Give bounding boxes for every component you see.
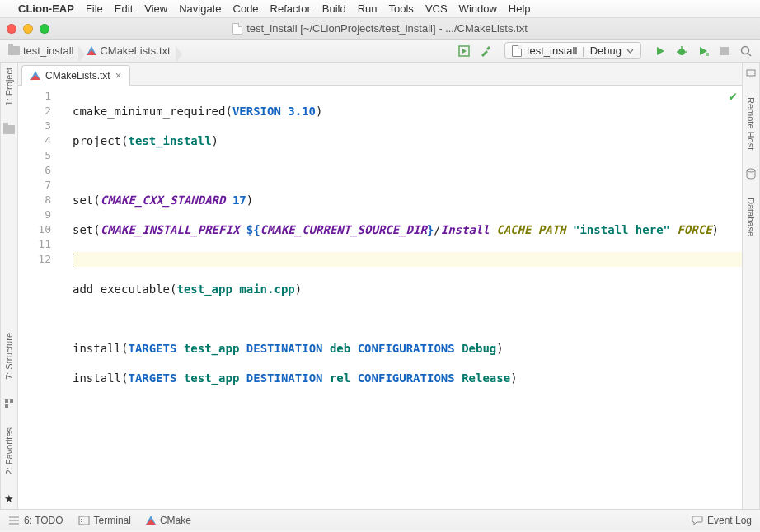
structure-icon xyxy=(3,398,15,409)
status-event-log[interactable]: Event Log xyxy=(692,515,752,526)
code-line: set(CMAKE_INSTALL_PREFIX ${CMAKE_CURRENT… xyxy=(73,222,742,237)
svg-line-11 xyxy=(748,54,751,56)
right-tool-rail: Remote Host Database xyxy=(742,63,760,509)
debug-icon[interactable] xyxy=(673,42,691,60)
analysis-ok-icon: ✔ xyxy=(729,89,737,104)
line-gutter: 1 2 3 4 5 6 7 8 9 10 11 12 xyxy=(18,86,63,509)
menu-help[interactable]: Help xyxy=(509,2,531,15)
build-icon[interactable] xyxy=(455,42,473,60)
stop-icon[interactable] xyxy=(715,42,734,60)
traffic-lights xyxy=(7,24,49,34)
code-line: project(test_install) xyxy=(73,133,742,148)
menu-refactor[interactable]: Refactor xyxy=(270,2,311,15)
svg-marker-2 xyxy=(657,47,664,55)
code-line xyxy=(73,311,742,326)
tool-remote-host[interactable]: Remote Host xyxy=(746,97,756,150)
cmake-file-icon xyxy=(87,46,96,55)
hammer-icon[interactable] xyxy=(476,42,495,60)
editor-tab[interactable]: CMakeLists.txt × xyxy=(21,65,130,86)
editor-tab-label: CMakeLists.txt xyxy=(45,70,110,82)
code-line xyxy=(73,163,742,178)
speech-bubble-icon xyxy=(692,516,703,525)
code-line: install(TARGETS test_app DESTINATION rel… xyxy=(73,371,742,385)
chevron-down-icon xyxy=(626,49,634,54)
code-line: cmake_minimum_required(VERSION 3.10) xyxy=(73,104,742,119)
tool-database[interactable]: Database xyxy=(746,198,756,236)
remote-host-icon xyxy=(745,68,757,79)
menu-build[interactable]: Build xyxy=(322,2,346,15)
cmake-file-icon xyxy=(30,71,40,80)
run-with-coverage-icon[interactable] xyxy=(694,42,712,60)
window-titlebar: test_install [~/CLionProjects/test_insta… xyxy=(0,18,760,40)
breadcrumb-file[interactable]: CMakeLists.txt xyxy=(83,43,176,58)
macos-menubar: CLion-EAP File Edit View Navigate Code R… xyxy=(0,0,760,18)
menu-run[interactable]: Run xyxy=(358,2,378,15)
star-icon: ★ xyxy=(3,492,15,504)
database-icon xyxy=(745,168,757,180)
document-icon xyxy=(232,23,242,35)
svg-rect-9 xyxy=(720,47,729,55)
status-bar: 6: TODO Terminal CMake Event Log xyxy=(0,509,760,530)
menu-file[interactable]: File xyxy=(86,2,103,15)
menu-navigate[interactable]: Navigate xyxy=(179,2,221,15)
breadcrumb-project-label: test_install xyxy=(23,44,73,57)
code-content[interactable]: cmake_minimum_required(VERSION 3.10) pro… xyxy=(63,86,742,509)
code-line: set(CMAKE_CXX_STANDARD 17) xyxy=(73,193,742,208)
code-editor[interactable]: ✔ 1 2 3 4 5 6 7 8 9 10 11 12 cmake_minim… xyxy=(18,86,742,509)
svg-rect-16 xyxy=(749,77,753,77)
tool-project[interactable]: 1: Project xyxy=(4,68,14,105)
config-target-icon xyxy=(512,45,522,57)
run-configuration-selector[interactable]: test_install | Debug xyxy=(504,42,641,59)
editor-tab-bar: CMakeLists.txt × xyxy=(18,63,742,86)
menu-window[interactable]: Window xyxy=(459,2,497,15)
cmake-icon xyxy=(146,516,156,525)
svg-point-17 xyxy=(747,169,755,172)
run-config-name: test_install xyxy=(527,44,577,57)
status-terminal[interactable]: Terminal xyxy=(78,515,131,526)
menu-code[interactable]: Code xyxy=(233,2,259,15)
svg-rect-15 xyxy=(747,70,755,76)
breadcrumb-file-label: CMakeLists.txt xyxy=(100,44,170,57)
text-cursor xyxy=(73,254,73,267)
svg-rect-14 xyxy=(5,404,8,408)
menu-vcs[interactable]: VCS xyxy=(425,2,448,15)
tool-favorites[interactable]: 2: Favorites xyxy=(4,427,14,474)
search-icon[interactable] xyxy=(737,42,755,60)
svg-rect-21 xyxy=(79,516,89,525)
tool-structure[interactable]: 7: Structure xyxy=(4,333,14,380)
left-tool-rail: 1: Project 7: Structure 2: Favorites ★ xyxy=(0,63,18,509)
status-cmake[interactable]: CMake xyxy=(146,515,191,526)
svg-point-10 xyxy=(742,46,749,54)
run-config-mode: Debug xyxy=(590,44,622,57)
close-tab-icon[interactable]: × xyxy=(115,69,122,82)
svg-point-3 xyxy=(678,49,685,55)
code-line xyxy=(73,430,742,445)
code-line: add_executable(test_app main.cpp) xyxy=(73,282,742,296)
list-icon xyxy=(8,516,20,525)
code-line xyxy=(73,400,742,415)
menu-tools[interactable]: Tools xyxy=(389,2,414,15)
menu-edit[interactable]: Edit xyxy=(115,2,133,15)
workspace: 1: Project 7: Structure 2: Favorites ★ C… xyxy=(0,63,760,509)
svg-rect-13 xyxy=(10,399,13,403)
folder-icon xyxy=(3,124,15,135)
folder-icon xyxy=(8,46,20,55)
run-icon[interactable] xyxy=(651,42,669,60)
terminal-icon xyxy=(78,516,90,525)
editor-area: CMakeLists.txt × ✔ 1 2 3 4 5 6 7 8 9 10 … xyxy=(18,63,742,509)
window-title: test_install [~/CLionProjects/test_insta… xyxy=(246,22,528,35)
code-line: install(TARGETS test_app DESTINATION deb… xyxy=(73,341,742,356)
app-name[interactable]: CLion-EAP xyxy=(18,2,74,15)
svg-rect-8 xyxy=(706,53,709,56)
svg-rect-12 xyxy=(5,399,8,403)
zoom-window-button[interactable] xyxy=(40,24,49,34)
code-line-current xyxy=(73,252,742,267)
breadcrumb-project[interactable]: test_install xyxy=(5,43,80,58)
navigation-bar: test_install CMakeLists.txt test_install… xyxy=(0,40,760,63)
minimize-window-button[interactable] xyxy=(23,24,33,34)
close-window-button[interactable] xyxy=(7,24,16,34)
run-config-separator: | xyxy=(582,44,584,57)
svg-marker-1 xyxy=(462,49,467,54)
menu-view[interactable]: View xyxy=(144,2,167,15)
status-todo[interactable]: 6: TODO xyxy=(8,515,63,526)
